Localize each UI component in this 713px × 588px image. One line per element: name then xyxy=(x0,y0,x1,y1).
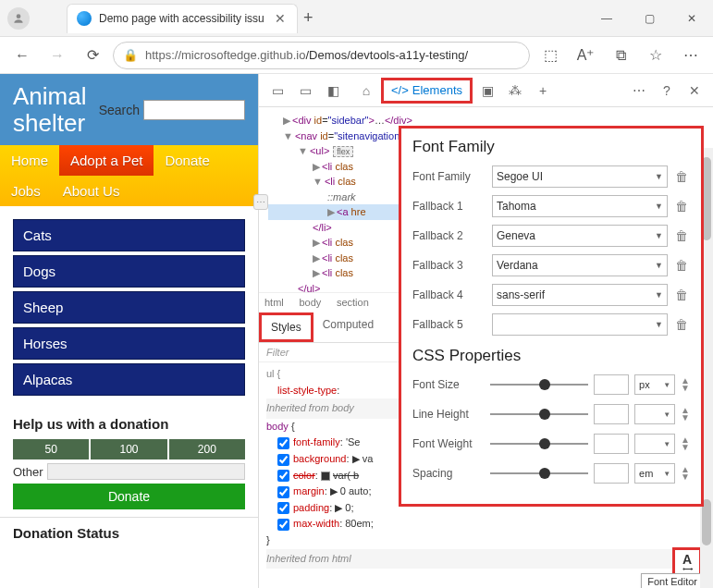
page-header: Animalshelter Search xyxy=(0,74,258,145)
add-tab-icon[interactable]: + xyxy=(530,78,556,104)
nav-adopt[interactable]: Adopt a Pet xyxy=(59,145,154,176)
trash-icon[interactable]: 🗑 xyxy=(675,288,690,302)
url-path: /Demos/devtools-a11y-testing/ xyxy=(305,48,468,62)
help-icon[interactable]: ? xyxy=(654,78,680,104)
back-button[interactable]: ← xyxy=(7,41,37,70)
shopping-icon[interactable]: ⬚ xyxy=(535,41,565,70)
nav-home[interactable]: Home xyxy=(0,145,59,176)
new-tab-button[interactable]: + xyxy=(303,8,313,28)
collections-icon[interactable]: ⧉ xyxy=(606,41,635,70)
spacing-input[interactable] xyxy=(594,463,629,484)
prop-toggle[interactable] xyxy=(277,470,289,482)
browser-tab[interactable]: Demo page with accessibility issu ✕ xyxy=(67,4,298,33)
amount-50[interactable]: 50 xyxy=(13,439,89,459)
more-tools-icon[interactable]: ⋯ xyxy=(626,78,652,104)
address-bar[interactable]: 🔒 https://microsoftedge.github.io/Demos/… xyxy=(113,42,530,69)
nav-jobs[interactable]: Jobs xyxy=(0,176,52,206)
fallback-2-select[interactable]: Geneva xyxy=(492,225,668,247)
spacing-slider[interactable] xyxy=(490,472,588,474)
list-item[interactable]: Horses xyxy=(13,327,245,360)
prop-toggle[interactable] xyxy=(277,519,289,531)
font-family-select[interactable]: Segoe UI xyxy=(492,165,668,188)
profile-avatar[interactable] xyxy=(7,7,30,30)
font-family-heading: Font Family xyxy=(412,138,690,156)
stepper-icon[interactable]: ▲▼ xyxy=(681,466,690,481)
status-heading: Donation Status xyxy=(13,525,245,541)
font-editor-tooltip: Font Editor xyxy=(641,573,704,588)
font-size-slider[interactable] xyxy=(490,384,588,386)
device-icon[interactable]: ▭ xyxy=(292,78,318,104)
close-tab-icon[interactable]: ✕ xyxy=(271,11,289,26)
fallback-4-select[interactable]: sans-serif xyxy=(492,284,668,306)
inspect-icon[interactable]: ▭ xyxy=(264,78,290,104)
list-item[interactable]: Alpacas xyxy=(13,363,245,396)
css-properties-heading: CSS Properties xyxy=(412,347,690,365)
prop-toggle[interactable] xyxy=(277,437,289,449)
trash-icon[interactable]: 🗑 xyxy=(675,199,690,214)
edge-favicon xyxy=(77,11,92,26)
donate-button[interactable]: Donate xyxy=(13,484,245,509)
amount-200[interactable]: 200 xyxy=(169,439,245,459)
browser-toolbar: ← → ⟳ 🔒 https://microsoftedge.github.io/… xyxy=(0,37,713,74)
font-size-input[interactable] xyxy=(594,374,629,395)
stepper-icon[interactable]: ▲▼ xyxy=(681,436,690,451)
search-input[interactable] xyxy=(143,100,245,120)
tab-computed[interactable]: Computed xyxy=(313,312,383,342)
font-weight-input[interactable] xyxy=(594,434,629,454)
trash-icon[interactable]: 🗑 xyxy=(675,258,690,273)
favorites-icon[interactable]: ☆ xyxy=(641,41,670,70)
rendered-page: Animalshelter Search Home Adopt a Pet Do… xyxy=(0,74,259,588)
main-nav: Home Adopt a Pet Donate Jobs About Us xyxy=(0,145,258,206)
close-window-button[interactable]: ✕ xyxy=(670,0,713,37)
line-height-input[interactable] xyxy=(594,404,629,424)
tab-title: Demo page with accessibility issu xyxy=(99,12,271,25)
stepper-icon[interactable]: ▲▼ xyxy=(681,407,690,422)
console-icon[interactable]: ▣ xyxy=(474,78,500,104)
fallback-3-select[interactable]: Verdana xyxy=(492,254,668,276)
fallback-1-select[interactable]: Tahoma xyxy=(492,195,668,217)
panel-drag-handle[interactable]: ⋯ xyxy=(253,194,268,210)
tab-styles[interactable]: Styles xyxy=(259,312,313,342)
close-devtools-icon[interactable]: ✕ xyxy=(682,78,707,104)
dock-icon[interactable]: ◧ xyxy=(320,78,346,104)
trash-icon[interactable]: 🗑 xyxy=(675,228,690,243)
issues-icon[interactable]: ⁂ xyxy=(502,78,528,104)
donation-heading: Help us with a donation xyxy=(13,416,245,432)
tab-elements[interactable]: </> Elements xyxy=(381,78,473,104)
read-aloud-icon[interactable]: A⁺ xyxy=(571,41,600,70)
devtools-tabs: ▭ ▭ ◧ ⌂ </> Elements ▣ ⁂ + ⋯ ? ✕ xyxy=(259,74,713,107)
more-icon[interactable]: ⋯ xyxy=(676,41,706,70)
font-weight-unit[interactable] xyxy=(634,434,675,454)
font-weight-slider[interactable] xyxy=(490,443,588,445)
prop-toggle[interactable] xyxy=(277,486,289,498)
line-height-unit[interactable] xyxy=(634,404,675,424)
url-host: https://microsoftedge.github.io xyxy=(145,48,305,62)
line-height-slider[interactable] xyxy=(490,413,588,415)
other-label: Other xyxy=(13,465,43,479)
svg-point-0 xyxy=(17,14,21,18)
list-item[interactable]: Cats xyxy=(13,219,245,251)
list-item[interactable]: Dogs xyxy=(13,255,245,288)
fallback-5-select[interactable] xyxy=(492,313,668,336)
nav-donate[interactable]: Donate xyxy=(154,145,220,176)
prop-toggle[interactable] xyxy=(277,502,289,514)
spacing-unit[interactable]: em xyxy=(634,463,675,484)
stepper-icon[interactable]: ▲▼ xyxy=(681,377,690,392)
list-item[interactable]: Sheep xyxy=(13,291,245,324)
minimize-button[interactable]: — xyxy=(585,0,628,37)
other-amount-input[interactable] xyxy=(47,463,245,480)
amount-100[interactable]: 100 xyxy=(91,439,166,459)
font-editor-panel: Font Family Font Family Segoe UI 🗑 Fallb… xyxy=(399,126,704,507)
forward-button: → xyxy=(43,41,72,70)
search-label: Search xyxy=(99,103,140,117)
font-size-unit[interactable]: px xyxy=(634,374,675,395)
prop-toggle[interactable] xyxy=(277,454,289,466)
maximize-button[interactable]: ▢ xyxy=(628,0,670,37)
refresh-button[interactable]: ⟳ xyxy=(78,41,107,70)
devtools-panel: ⋯ ▭ ▭ ◧ ⌂ </> Elements ▣ ⁂ + ⋯ ? ✕ ▶<div… xyxy=(259,74,713,588)
trash-icon[interactable]: 🗑 xyxy=(675,317,690,332)
nav-about[interactable]: About Us xyxy=(52,176,131,206)
animal-list: Cats Dogs Sheep Horses Alpacas xyxy=(0,206,258,409)
trash-icon[interactable]: 🗑 xyxy=(675,169,690,184)
welcome-icon[interactable]: ⌂ xyxy=(353,78,379,104)
